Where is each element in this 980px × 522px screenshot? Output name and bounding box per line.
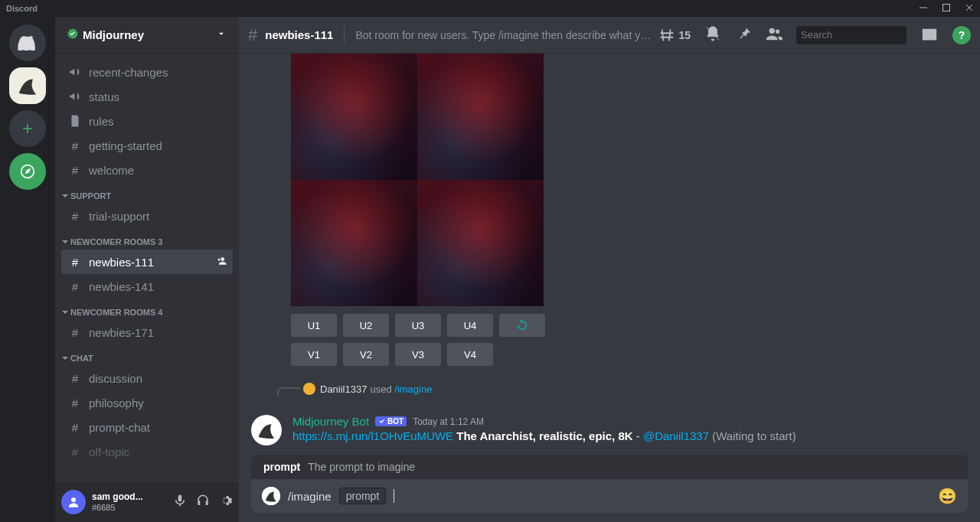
hash-icon: # bbox=[67, 139, 83, 152]
message-list: U1 U2 U3 U4 V1 V2 V3 V4 Daniil1337 used … bbox=[239, 54, 980, 455]
create-invite-icon[interactable] bbox=[216, 256, 227, 269]
command-text: /imagine bbox=[288, 490, 332, 503]
add-server-button[interactable]: + bbox=[9, 110, 46, 147]
channel-sidebar: Midjourney recent-changes status bbox=[55, 17, 239, 522]
param-label: prompt bbox=[263, 461, 300, 473]
deafen-button[interactable] bbox=[196, 494, 210, 511]
maximize-button[interactable] bbox=[942, 3, 951, 14]
variation-2-button[interactable]: V2 bbox=[343, 343, 389, 366]
search-box[interactable] bbox=[796, 26, 906, 44]
variation-3-button[interactable]: V3 bbox=[395, 343, 441, 366]
generated-image-grid[interactable] bbox=[291, 54, 544, 306]
category-newcomer-3[interactable]: NEWCOMER ROOMS 3 bbox=[55, 228, 239, 250]
image-cell-2[interactable] bbox=[417, 54, 544, 180]
variation-1-button[interactable]: V1 bbox=[291, 343, 337, 366]
pinned-button[interactable] bbox=[735, 25, 752, 45]
upscale-1-button[interactable]: U1 bbox=[291, 314, 337, 337]
user-panel: sam good... #6685 bbox=[55, 482, 239, 522]
autocomplete-hint[interactable]: prompt The prompt to imagine bbox=[251, 455, 968, 479]
explore-button[interactable] bbox=[9, 153, 46, 190]
members-button[interactable] bbox=[766, 25, 782, 45]
param-desc: The prompt to imagine bbox=[308, 461, 415, 473]
hash-icon: # bbox=[67, 445, 83, 458]
command-app-icon bbox=[262, 487, 280, 505]
channel-trial-support[interactable]: # trial-support bbox=[61, 204, 233, 228]
app-title: Discord bbox=[6, 4, 38, 13]
hash-icon: # bbox=[67, 372, 83, 385]
hash-icon: # bbox=[67, 210, 83, 223]
reply-avatar bbox=[303, 383, 315, 395]
image-cell-1[interactable] bbox=[291, 54, 417, 180]
reroll-button[interactable] bbox=[499, 314, 545, 337]
upscale-3-button[interactable]: U3 bbox=[395, 314, 441, 337]
hash-icon: # bbox=[248, 25, 257, 45]
param-chip: prompt bbox=[339, 488, 387, 504]
inbox-button[interactable] bbox=[920, 26, 939, 44]
verified-icon bbox=[67, 28, 78, 41]
reply-username: Daniil1337 bbox=[320, 383, 367, 395]
message: Midjourney Bot BOT Today at 1:12 AM http… bbox=[251, 415, 968, 445]
home-button[interactable] bbox=[9, 24, 46, 61]
job-status: (Waiting to start) bbox=[712, 429, 795, 442]
user-mention[interactable]: @Daniil1337 bbox=[643, 429, 709, 442]
channel-newbies-141[interactable]: # newbies-141 bbox=[61, 274, 233, 299]
svg-point-2 bbox=[71, 498, 76, 502]
reply-indicator[interactable]: Daniil1337 used /imagine bbox=[277, 381, 968, 396]
megaphone-icon bbox=[67, 65, 83, 79]
channel-philosophy[interactable]: # philosophy bbox=[61, 390, 233, 415]
prompt-link[interactable]: https://s.mj.run/l1OHvEuMUWE bbox=[292, 429, 453, 442]
channel-recent-changes[interactable]: recent-changes bbox=[61, 60, 233, 84]
hash-icon: # bbox=[67, 256, 83, 269]
server-name: Midjourney bbox=[83, 28, 144, 41]
channel-topic[interactable]: Bot room for new users. Type /imagine th… bbox=[355, 29, 651, 41]
image-cell-3[interactable] bbox=[291, 180, 417, 306]
search-input[interactable] bbox=[801, 29, 929, 41]
prompt-text: The Anarchist, realistic, epic, 8K bbox=[456, 429, 632, 442]
minimize-button[interactable] bbox=[919, 3, 928, 14]
user-tag: #6685 bbox=[92, 502, 143, 513]
bot-badge: BOT bbox=[375, 416, 407, 426]
variation-4-button[interactable]: V4 bbox=[447, 343, 493, 366]
hash-icon: # bbox=[67, 164, 83, 177]
reply-command: /imagine bbox=[394, 383, 432, 395]
threads-button[interactable]: 15 bbox=[658, 27, 691, 44]
settings-button[interactable] bbox=[219, 494, 233, 511]
user-avatar[interactable] bbox=[61, 490, 86, 514]
channel-status[interactable]: status bbox=[61, 84, 233, 109]
channel-rules[interactable]: rules bbox=[61, 109, 233, 133]
channel-newbies-111[interactable]: # newbies-111 bbox=[61, 250, 233, 274]
message-content: https://s.mj.run/l1OHvEuMUWE The Anarchi… bbox=[292, 429, 796, 442]
emoji-picker-button[interactable]: 😄 bbox=[938, 487, 957, 505]
mute-mic-button[interactable] bbox=[173, 494, 187, 511]
channel-getting-started[interactable]: # getting-started bbox=[61, 133, 233, 158]
user-name: sam good... bbox=[92, 491, 143, 502]
svg-rect-0 bbox=[943, 5, 950, 11]
server-midjourney[interactable] bbox=[9, 67, 46, 104]
message-input[interactable]: /imagine prompt 😄 bbox=[251, 479, 968, 513]
help-button[interactable]: ? bbox=[952, 26, 971, 44]
close-button[interactable] bbox=[965, 3, 974, 14]
channel-newbies-171[interactable]: # newbies-171 bbox=[61, 320, 233, 344]
chevron-down-icon bbox=[216, 28, 227, 41]
channel-welcome[interactable]: # welcome bbox=[61, 158, 233, 182]
upscale-2-button[interactable]: U2 bbox=[343, 314, 389, 337]
category-support[interactable]: SUPPORT bbox=[55, 182, 239, 204]
reply-connector bbox=[277, 387, 300, 396]
channel-prompt-chat[interactable]: # prompt-chat bbox=[61, 415, 233, 439]
page-icon bbox=[67, 114, 83, 128]
category-newcomer-4[interactable]: NEWCOMER ROOMS 4 bbox=[55, 299, 239, 320]
channel-discussion[interactable]: # discussion bbox=[61, 366, 233, 390]
divider bbox=[344, 26, 345, 44]
channel-off-topic[interactable]: # off-topic bbox=[61, 439, 233, 464]
text-cursor bbox=[394, 489, 394, 503]
bot-avatar[interactable] bbox=[251, 415, 282, 445]
image-cell-4[interactable] bbox=[417, 180, 544, 306]
titlebar: Discord bbox=[0, 0, 980, 17]
bot-name[interactable]: Midjourney Bot bbox=[292, 415, 369, 428]
upscale-4-button[interactable]: U4 bbox=[447, 314, 493, 337]
notifications-button[interactable] bbox=[704, 25, 721, 45]
server-header[interactable]: Midjourney bbox=[55, 17, 239, 54]
hash-icon: # bbox=[67, 326, 83, 339]
category-chat[interactable]: CHAT bbox=[55, 344, 239, 366]
hash-icon: # bbox=[67, 396, 83, 409]
